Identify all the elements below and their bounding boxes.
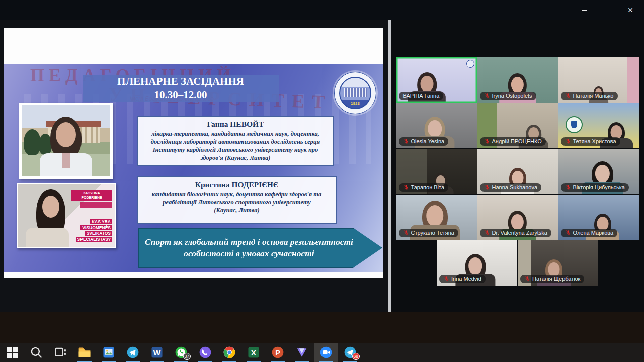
participant-name: Вікторія Цибульська — [573, 184, 625, 190]
participant-name-label: Наталія Щербатюк — [520, 275, 584, 283]
participant-name-label: Олена Маркова — [561, 229, 618, 237]
participant-name-label: Dr. Valentyna Zarytska — [480, 229, 551, 237]
taskbar-telegram-2-icon[interactable]: 68 — [338, 343, 362, 362]
participant-tile[interactable]: Струкало Тетяна — [396, 195, 477, 240]
video-background-accent — [627, 57, 638, 103]
participant-name: Hanna Sukhanova — [492, 184, 538, 190]
minimize-icon — [582, 10, 587, 11]
participant-tile[interactable]: Dr. Valentyna Zarytska — [477, 195, 558, 240]
taskbar-vpn-icon[interactable] — [290, 343, 314, 362]
presentation-slide: ПЕДАГОГІЧНИЙ УНІВЕРСИТЕТ імені Богдана Х… — [4, 64, 383, 272]
participant-name-label: Тарапон Віта — [399, 183, 449, 192]
taskbar-start-icon[interactable] — [0, 343, 24, 362]
window-titlebar: × — [0, 0, 644, 20]
person-face — [511, 214, 524, 230]
participant-name-label: Струкало Тетяна — [399, 229, 458, 237]
taskbar-word-icon[interactable]: W — [145, 343, 169, 362]
mic-muted-icon — [403, 138, 409, 144]
participant-tile[interactable]: Наталія Манько — [558, 57, 639, 103]
participant-name-label: Hanna Sukhanova — [480, 183, 542, 192]
taskbar-chrome-icon[interactable] — [217, 343, 242, 362]
topic-text: Спорт як глобальний тренд і основа резил… — [145, 236, 353, 259]
emblem-building-icon — [344, 88, 367, 97]
photo1-tree — [24, 129, 41, 155]
emblem-year: 1923 — [340, 101, 370, 106]
restore-icon — [605, 8, 610, 13]
person-face — [595, 165, 610, 183]
speaker1-bio: лікарка-терапевтка, кандидатка медичних … — [142, 130, 329, 162]
minimize-button[interactable] — [573, 0, 596, 20]
speaker2-photo: KRISTINA PODERIENĖ KAS YRA VISUOMENĖS SV… — [17, 183, 116, 248]
participant-tile[interactable]: ВАРІНА Ганна — [396, 57, 477, 103]
restore-button[interactable] — [596, 0, 619, 20]
participant-name: ВАРІНА Ганна — [403, 93, 440, 99]
photo2-person-face — [42, 196, 59, 218]
person-face — [511, 77, 524, 93]
participant-tile[interactable]: Hanna Sukhanova — [477, 149, 558, 194]
participant-tile[interactable]: Тетяна Христова — [558, 103, 639, 148]
taskbar-excel-icon[interactable]: X — [242, 343, 266, 362]
taskbar: W37XP68 zmУКР10:4013.11.2025 — [0, 343, 644, 362]
participant-name-label: Iryna Ostopolets — [480, 92, 536, 100]
participant-name: Тетяна Христова — [573, 138, 616, 144]
participant-tile[interactable]: Iryna Ostopolets — [477, 57, 558, 103]
participant-tile[interactable]: Olesia Yesina — [396, 103, 477, 148]
emblem-shield — [571, 121, 577, 128]
taskbar-search-icon[interactable] — [24, 343, 48, 362]
mic-muted-icon — [403, 184, 409, 190]
participant-name-label: Андрій ПРОЦЕНКО — [480, 137, 546, 146]
tile-institution-emblem-icon — [566, 116, 583, 133]
taskbar-whatsapp-icon[interactable]: 37 — [169, 343, 193, 362]
participant-tile[interactable]: Inna Medvid — [437, 240, 517, 286]
photo2-caption-question: KAS YRA VISUOMENĖS SVEIKATOS SPECIALISTA… — [64, 219, 112, 242]
shared-document-page: ПЕДАГОГІЧНИЙ УНІВЕРСИТЕТ імені Богдана Х… — [4, 28, 383, 278]
speaker2-info-box: Кристина ПОДЕРІЄНЄ кандидатка біологічни… — [137, 176, 337, 224]
screen-share-area: ПЕДАГОГІЧНИЙ УНІВЕРСИТЕТ імені Богдана Х… — [0, 20, 388, 312]
taskbar-powerpoint-icon[interactable]: P — [266, 343, 290, 362]
mic-muted-icon — [524, 276, 530, 282]
participant-name: Тарапон Віта — [411, 184, 445, 190]
taskbar-telegram-2-badge: 68 — [352, 353, 360, 360]
photo2-caption-strip — [80, 202, 112, 208]
meeting-window: ПЕДАГОГІЧНИЙ УНІВЕРСИТЕТ імені Богдана Х… — [0, 20, 644, 312]
mic-muted-icon — [443, 276, 449, 282]
slide-title: ПЛЕНАРНЕ ЗАСІДАННЯ 10.30–12.00 — [83, 75, 279, 102]
desktop-background — [0, 312, 644, 343]
participant-name: Андрій ПРОЦЕНКО — [492, 138, 542, 144]
photo2-caption-question-text: KAS YRA VISUOMENĖS SVEIKATOS SPECIALISTA… — [76, 219, 112, 241]
taskbar-explorer-icon[interactable] — [72, 343, 97, 362]
participant-tile[interactable]: Андрій ПРОЦЕНКО — [477, 103, 558, 148]
close-icon: × — [628, 6, 633, 15]
mic-muted-icon — [565, 230, 571, 236]
slide-title-line1: ПЛЕНАРНЕ ЗАСІДАННЯ — [117, 75, 244, 88]
participant-tile[interactable]: Вікторія Цибульська — [558, 149, 639, 194]
speaker1-name: Ганна НЕВОЙТ — [142, 120, 329, 129]
participant-tile[interactable]: Наталія Щербатюк — [518, 240, 598, 286]
participant-name: Струкало Тетяна — [411, 230, 454, 236]
mic-muted-icon — [484, 93, 490, 99]
participant-name-label: Наталія Манько — [561, 92, 618, 100]
taskbar-viber-icon[interactable] — [193, 343, 217, 362]
svg-text:W: W — [153, 348, 161, 357]
photo2-caption-name: KRISTINA PODERIENĖ — [71, 190, 112, 201]
mic-muted-icon — [565, 138, 571, 144]
participant-tile[interactable]: Тарапон Віта — [396, 149, 477, 194]
close-button[interactable]: × — [619, 0, 642, 20]
university-emblem-seal: 1923 — [339, 77, 371, 109]
participant-name: Dr. Valentyna Zarytska — [492, 230, 547, 236]
mic-muted-icon — [484, 230, 490, 236]
participant-name: Наталія Манько — [573, 93, 614, 99]
tile-university-emblem-icon — [466, 60, 474, 68]
participant-name: Inna Medvid — [451, 276, 481, 282]
participants-panel: ВАРІНА ГаннаIryna OstopoletsНаталія Мань… — [391, 20, 644, 312]
slide-title-line2: 10.30–12.00 — [154, 88, 207, 102]
participant-name-label: ВАРІНА Ганна — [399, 92, 444, 100]
taskbar-zoom-icon[interactable] — [314, 343, 338, 362]
speaker2-bio: кандидатка біологічних наук, доцентка ка… — [142, 190, 332, 206]
taskbar-photos-icon[interactable] — [97, 343, 121, 362]
taskbar-taskview-icon[interactable] — [48, 343, 72, 362]
photo1-person-face — [56, 122, 76, 147]
participant-tile[interactable]: Олена Маркова — [558, 195, 639, 240]
photo2-person-cardigan — [26, 228, 69, 247]
taskbar-telegram-icon[interactable] — [121, 343, 145, 362]
